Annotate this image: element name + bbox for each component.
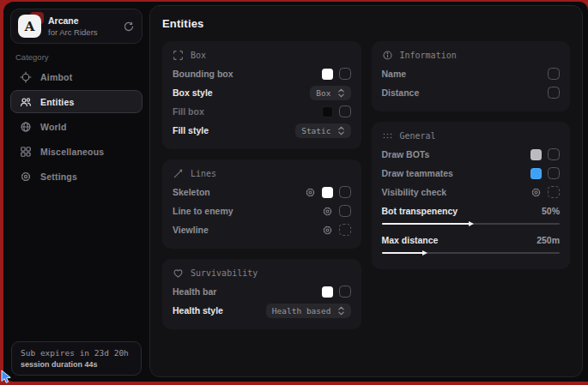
crosshair-icon [20,71,32,83]
slider-thumb[interactable] [422,250,427,256]
row-draw-teammates: Draw teammates [382,164,561,183]
checkbox[interactable] [548,87,560,99]
row-label: Bounding box [173,69,233,79]
row-max-distance: Max distance 250m [382,231,561,260]
app-name: Arcane [48,15,116,26]
color-swatch[interactable] [322,187,333,198]
row-bounding-box: Bounding box [173,64,351,83]
color-swatch[interactable] [530,168,542,179]
row-label: Box style [173,87,213,98]
sidebar-item-label: Entities [40,97,75,107]
sidebar-item-world[interactable]: World [10,115,142,138]
row-label: Max distance [382,235,439,245]
card-title: Information [400,51,457,60]
dropdown-value: Health based [272,306,331,316]
checkbox[interactable] [548,68,560,80]
color-swatch[interactable] [322,106,333,117]
row-label: Viewline [173,225,209,235]
row-bot-transparency: Bot transpenency 50% [382,202,561,231]
settings-columns: Box Bounding box Box style [162,41,570,329]
row-label: Visibility check [382,187,447,197]
row-label: Fill style [173,125,209,135]
dots-grid-icon [382,130,393,141]
checkbox[interactable] [339,105,351,117]
slider-fill [382,223,471,225]
row-label: Bot transpenency [382,206,458,216]
page-title: Entities [162,17,570,30]
line-icon [173,168,184,179]
row-label: Health style [173,305,223,316]
checkbox[interactable] [339,186,351,198]
card-title: Survivability [191,268,258,278]
sidebar-item-miscellaneous[interactable]: Miscellaneous [10,140,142,163]
refresh-icon[interactable] [123,21,135,33]
row-line-to-enemy: Line to enemy [173,202,351,220]
card-survivability: Survivability Health bar Health style [162,259,361,329]
box-brackets-icon [173,50,184,61]
bot-transparency-slider[interactable] [382,221,561,227]
slider-thumb[interactable] [469,221,474,226]
checkbox[interactable] [548,186,560,198]
profile-text: Arcane for Arc Riders [48,15,116,37]
box-style-dropdown[interactable]: Box [310,86,350,100]
gear-icon[interactable] [530,187,542,198]
max-distance-slider[interactable] [382,250,561,256]
card-information: Information Name Distance [372,41,571,111]
row-health-style: Health style Health based [173,301,351,320]
sub-expiry-text: Sub expires in 23d 20h [21,348,132,358]
row-box-style: Box style Box [173,83,351,102]
row-distance: Distance [382,83,561,102]
slider-value: 50% [542,206,560,216]
row-draw-bots: Draw BOTs [382,145,561,164]
gear-icon[interactable] [322,206,333,217]
card-title: Lines [191,169,216,178]
dropdown-value: Static [301,126,330,135]
updown-icon [337,306,345,316]
card-lines: Lines Skeleton [162,159,361,249]
grid-icon [20,146,32,158]
card-title: Box [191,51,206,60]
row-label: Fill box [173,106,204,117]
color-swatch[interactable] [322,286,333,298]
checkbox[interactable] [339,68,351,80]
row-label: Skeleton [173,187,210,197]
avatar-letter: A [18,15,41,38]
card-title: General [400,131,436,141]
row-viewline: Viewline [173,220,351,239]
sidebar-item-label: World [40,122,67,132]
sidebar-item-entities[interactable]: Entities [10,90,142,113]
row-visibility-check: Visibility check [382,183,561,202]
checkbox[interactable] [548,167,560,179]
sidebar-item-label: Settings [40,171,77,182]
row-label: Distance [382,87,420,98]
sidebar-item-label: Aimbot [40,72,72,82]
row-label: Line to enemy [173,206,233,216]
gear-icon [20,171,32,183]
row-fill-box: Fill box [173,102,351,121]
health-icon [173,268,184,279]
card-general: General Draw BOTs Draw teammates [372,122,571,269]
color-swatch[interactable] [322,69,333,80]
fill-style-dropdown[interactable]: Static [295,123,350,138]
profile-card[interactable]: A Arcane for Arc Riders [10,9,142,44]
card-box: Box Bounding box Box style [162,41,361,149]
sidebar-menu: Aimbot Entities [3,65,149,188]
sidebar: A Arcane for Arc Riders Category [3,2,149,382]
checkbox[interactable] [548,148,560,160]
row-label: Name [382,69,407,79]
row-label: Draw teammates [382,168,453,178]
sidebar-item-settings[interactable]: Settings [10,165,142,188]
sidebar-item-label: Miscellaneous [40,147,104,157]
health-style-dropdown[interactable]: Health based [266,304,351,318]
color-swatch[interactable] [530,149,542,160]
gear-icon[interactable] [322,225,333,236]
info-icon [382,50,393,61]
screen: A Arcane for Arc Riders Category [0,0,588,385]
sidebar-item-aimbot[interactable]: Aimbot [10,65,142,88]
session-duration-text: session duration 44s [21,360,132,369]
gear-icon[interactable] [305,187,316,198]
app-window: A Arcane for Arc Riders Category [3,2,588,382]
checkbox[interactable] [339,205,351,217]
checkbox[interactable] [339,224,351,236]
checkbox[interactable] [339,286,351,298]
